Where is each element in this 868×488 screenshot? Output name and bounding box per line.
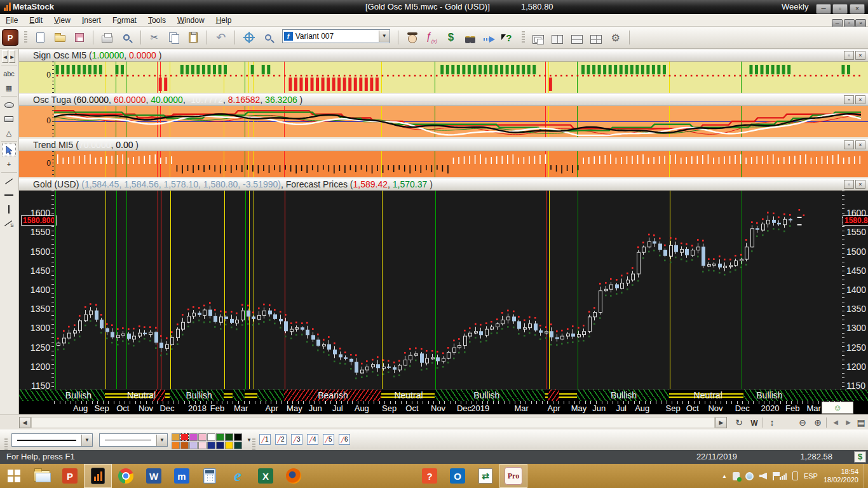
color-swatch[interactable]	[180, 442, 189, 449]
network-tray-icon[interactable]	[745, 472, 754, 480]
palette-dropdown-arrow[interactable]: ▼	[247, 437, 252, 443]
combobox-dropdown-arrow[interactable]: ▼	[379, 30, 390, 42]
smiley-button[interactable]: ☺	[822, 402, 853, 414]
trendline-tool-button[interactable]	[2, 175, 16, 187]
panel-body-osc-tuga[interactable]: 0	[19, 106, 868, 137]
volume-tray-icon[interactable]	[759, 473, 767, 480]
combobox-dropdown-arrow[interactable]: ▼	[156, 435, 167, 446]
show-desktop-strip[interactable]	[864, 464, 868, 488]
color-swatch[interactable]	[234, 442, 242, 449]
fit-vertical-button[interactable]: ↕	[765, 416, 779, 429]
panel-body-sign-osc[interactable]: 0	[19, 62, 868, 93]
text-tool-button[interactable]: abc	[2, 67, 16, 80]
taskbar-metastock-button[interactable]	[84, 464, 112, 488]
close-button[interactable]: ×	[850, 4, 865, 14]
vertical-line-tool-button[interactable]	[2, 203, 16, 215]
menu-insert[interactable]: Insert	[76, 14, 107, 25]
cascade-windows-button[interactable]	[530, 29, 546, 46]
power-console-button[interactable]: P	[2, 29, 18, 46]
panel-header-sign-osc[interactable]: Sign Osc MI5 (1.00000, 0.0000 )▫×	[19, 50, 868, 62]
periodicity-weekly-button[interactable]: W	[747, 416, 761, 429]
crosshair-pointer-button[interactable]	[241, 29, 257, 46]
panel-restore-button[interactable]: ▫	[844, 180, 854, 189]
action-center-flag-icon[interactable]	[773, 472, 774, 480]
panel-restore-button[interactable]: ▫	[844, 140, 854, 149]
tab-scroll-right-button[interactable]: ▸	[9, 50, 15, 63]
page-next-button[interactable]: ▶	[841, 416, 855, 429]
color-swatch[interactable]	[216, 433, 224, 441]
expert-advisor-button[interactable]	[404, 29, 421, 46]
toolbar-grip[interactable]	[4, 438, 8, 451]
zoom-preset-button-6[interactable]: ╱6	[339, 434, 350, 445]
indicator-builder-button[interactable]: ƒ(x)	[423, 29, 440, 46]
line-style-combobox[interactable]: ▼	[99, 433, 168, 447]
menu-edit[interactable]: Edit	[24, 14, 48, 25]
combobox-dropdown-arrow[interactable]: ▼	[81, 435, 92, 446]
taskbar-file-explorer-button[interactable]	[28, 464, 56, 488]
color-swatch[interactable]	[216, 442, 224, 449]
system-tester-button[interactable]: $	[443, 29, 459, 46]
crosshair-tool-button[interactable]: +	[2, 158, 16, 170]
pointer-tool-button[interactable]	[2, 144, 16, 156]
panel-close-button[interactable]: ×	[855, 180, 865, 189]
zoom-preset-button-1[interactable]: ╱1	[259, 434, 271, 445]
taskbar-powerpoint-button[interactable]: P	[56, 464, 84, 488]
paste-button[interactable]	[185, 29, 201, 46]
scrollbar-track[interactable]	[31, 417, 715, 428]
template-combobox[interactable]: f Variant 007 ▼	[282, 29, 390, 43]
menu-view[interactable]: View	[48, 14, 76, 25]
color-swatch[interactable]	[207, 442, 215, 449]
color-swatch[interactable]	[234, 433, 242, 441]
color-swatch[interactable]	[225, 433, 233, 441]
language-indicator[interactable]: ESP	[804, 472, 818, 480]
color-swatch[interactable]	[189, 433, 198, 441]
menu-window[interactable]: Window	[172, 14, 210, 25]
panel-close-button[interactable]: ×	[855, 140, 865, 149]
color-swatch[interactable]	[198, 442, 207, 449]
print-button[interactable]	[99, 29, 116, 46]
tile-horizontal-button[interactable]	[569, 29, 585, 46]
panel-close-button[interactable]: ×	[855, 51, 865, 60]
zoom-preset-button-5[interactable]: ╱5	[323, 434, 334, 445]
go-button[interactable]	[481, 29, 498, 46]
main-chart-panel[interactable]: 1600155015001450140013501300125012001150…	[19, 191, 868, 414]
zoom-out-button[interactable]: ⊖	[796, 416, 810, 429]
tab-scroll-left-button[interactable]: ◂	[2, 50, 8, 63]
toolbar-grip[interactable]	[522, 31, 525, 44]
save-button[interactable]	[71, 29, 88, 46]
taskbar-pro-button[interactable]: Pro	[499, 464, 527, 488]
menu-tools[interactable]: Tools	[142, 14, 172, 25]
page-prev-button[interactable]: ◀	[829, 416, 843, 429]
candlestick-plot-area[interactable]	[54, 191, 842, 389]
panel-header-gold[interactable]: Gold (USD) (1,584.45, 1,584.56, 1,578.10…	[19, 179, 868, 191]
color-swatch[interactable]	[180, 433, 189, 441]
sign-canvas[interactable]	[54, 62, 868, 93]
toolbar-grip[interactable]	[24, 31, 27, 44]
taskbar-start-button[interactable]	[0, 464, 28, 488]
color-swatch[interactable]	[189, 442, 198, 449]
taskbar-word-button[interactable]: W	[140, 464, 168, 488]
color-swatch[interactable]	[207, 433, 215, 441]
taskbar-maxthon-button[interactable]: m	[168, 464, 196, 488]
color-swatch[interactable]	[198, 433, 207, 441]
taskbar-chrome-button[interactable]	[112, 464, 140, 488]
scroll-left-button[interactable]: ◀	[19, 417, 31, 428]
usb-tray-icon[interactable]	[733, 472, 740, 480]
move-chart-button[interactable]	[780, 416, 794, 429]
rectangle-tool-button[interactable]	[2, 112, 16, 125]
undo-button[interactable]: ↶	[213, 29, 229, 46]
context-help-button[interactable]: ?	[501, 29, 517, 46]
restore-button[interactable]: ▫	[832, 4, 848, 14]
zoom-preset-button-2[interactable]: ╱2	[275, 434, 287, 445]
taskbar-firefox-button[interactable]	[280, 464, 308, 488]
menu-file[interactable]: File	[0, 14, 24, 25]
panel-header-osc-tuga[interactable]: Osc Tuga (60.0000, 60.0000, 40.0000, -10…	[19, 94, 868, 106]
minimize-button[interactable]: ─	[816, 4, 831, 14]
panel-header-trend[interactable]: Trend MI5 (70.0000, 0.00 )▫×	[19, 139, 868, 151]
tile-grid-button[interactable]	[588, 29, 604, 46]
taskbar-clock[interactable]: 18:5418/02/2020	[824, 468, 858, 484]
toolbar-grip[interactable]	[252, 438, 255, 451]
taskbar-excel-button[interactable]: X	[252, 464, 280, 488]
color-swatch[interactable]	[225, 442, 233, 449]
zoom-in-button[interactable]: ⊕	[811, 416, 825, 429]
